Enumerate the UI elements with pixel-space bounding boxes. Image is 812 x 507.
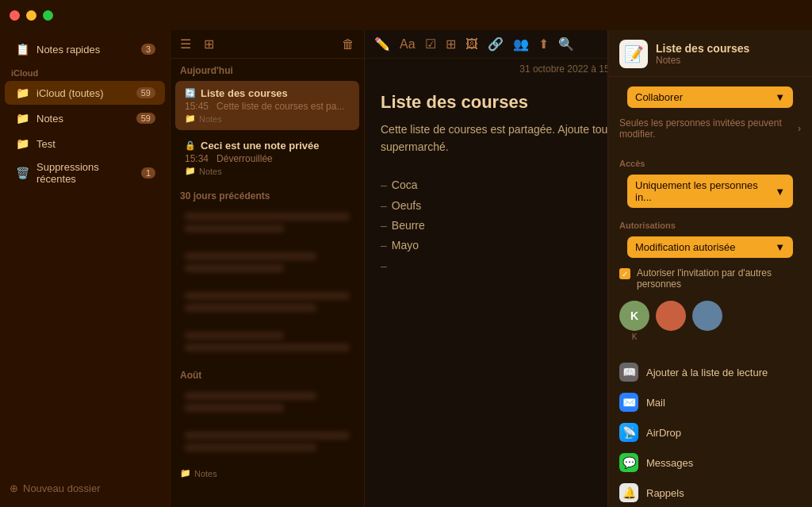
media-icon[interactable]: 🖼 bbox=[465, 37, 478, 52]
section-today: Aujourd'hui bbox=[170, 59, 364, 79]
blurred-note-2[interactable] bbox=[175, 246, 359, 282]
share-panel: 📝 Liste des courses Notes Collaborer ▼ S… bbox=[607, 30, 812, 507]
blur-line bbox=[185, 252, 316, 260]
mail-icon: ✉️ bbox=[619, 393, 638, 412]
icloud-icon: 📁 bbox=[14, 85, 30, 101]
avatar-k-wrapper: K K bbox=[619, 301, 649, 341]
folder-icon: 📁 bbox=[185, 113, 196, 124]
trash-icon: 🗑️ bbox=[14, 165, 30, 181]
table-icon[interactable]: ⊞ bbox=[446, 36, 456, 52]
delete-icon[interactable]: 🗑 bbox=[342, 37, 354, 52]
notes-folder-icon: 📁 bbox=[14, 110, 30, 126]
avatar-k-label: K bbox=[619, 332, 649, 341]
folder-icon: 📁 bbox=[185, 166, 196, 176]
action-reminders[interactable]: 🔔 Rappels bbox=[608, 478, 812, 507]
note-item-liste-courses[interactable]: 🔄 Liste des courses 15:45 Cette liste de… bbox=[175, 81, 359, 130]
avatar-c-wrapper bbox=[692, 301, 722, 341]
share-panel-title: Liste des courses bbox=[656, 42, 749, 55]
minimize-button[interactable] bbox=[26, 10, 36, 21]
blurred-note-3[interactable] bbox=[175, 286, 359, 322]
sidebar-badge-notes: 59 bbox=[136, 113, 155, 124]
sidebar-item-suppressions[interactable]: 🗑️ Suppressions récentes 1 bbox=[5, 157, 165, 189]
folder-icon-small: 📁 bbox=[180, 468, 191, 478]
plus-icon: ⊕ bbox=[10, 482, 18, 494]
notes-rapides-icon: 📋 bbox=[14, 41, 30, 57]
collaborate-icon[interactable]: 👥 bbox=[513, 36, 529, 52]
action-airdrop[interactable]: 📡 AirDrop bbox=[608, 417, 812, 447]
share-icon[interactable]: 🔗 bbox=[488, 36, 504, 52]
messages-icon: 💬 bbox=[619, 453, 638, 472]
blur-line bbox=[185, 304, 316, 312]
access-label: Uniquement les personnes in... bbox=[635, 179, 775, 203]
sidebar-item-label: Notes bbox=[36, 113, 136, 125]
close-button[interactable] bbox=[10, 10, 20, 21]
access-section-label: Accès bbox=[608, 152, 812, 171]
sidebar-item-label: iCloud (toutes) bbox=[36, 87, 136, 99]
action-messages[interactable]: 💬 Messages bbox=[608, 447, 812, 478]
checkbox-icon[interactable]: ✓ bbox=[619, 268, 630, 279]
toolbar-icons: ☰ ⊞ bbox=[180, 36, 214, 52]
share-panel-subtitle: Notes bbox=[656, 55, 749, 66]
avatars-row: K K bbox=[608, 294, 812, 348]
avatar-c[interactable] bbox=[692, 301, 722, 331]
note-list: ☰ ⊞ 🗑 Aujourd'hui 🔄 Liste des courses 15… bbox=[170, 30, 365, 507]
sidebar-item-icloud-toutes[interactable]: 📁 iCloud (toutes) 59 bbox=[5, 81, 165, 105]
section-august: Août bbox=[170, 363, 364, 384]
avatar-b[interactable] bbox=[656, 301, 686, 331]
blur-line bbox=[185, 432, 350, 440]
reminders-icon: 🔔 bbox=[619, 483, 638, 502]
sidebar-item-label: Suppressions récentes bbox=[36, 161, 141, 185]
blurred-note-6[interactable] bbox=[175, 425, 359, 462]
avatar-k[interactable]: K bbox=[619, 301, 649, 331]
blurred-note-5[interactable] bbox=[175, 386, 359, 422]
app-body: 📋 Notes rapides 3 iCloud 📁 iCloud (toute… bbox=[0, 30, 812, 507]
note-editor: ✏️ Aa ☑ ⊞ 🖼 🔗 👥 ⬆ 🔍 31 octobre 2022 à 15… bbox=[365, 30, 812, 507]
action-label: Ajouter à la liste de lecture bbox=[646, 367, 768, 378]
access-dropdown-wrapper: Uniquement les personnes in... ▼ bbox=[608, 171, 812, 214]
export-icon[interactable]: ⬆ bbox=[538, 36, 549, 52]
action-label: Rappels bbox=[646, 487, 684, 499]
note-folder-footer: 📁 Notes bbox=[170, 463, 364, 483]
sidebar-badge-notes-rapides: 3 bbox=[141, 44, 155, 55]
blur-line bbox=[185, 404, 284, 412]
blurred-note-1[interactable] bbox=[175, 206, 359, 243]
sidebar-badge-suppressions: 1 bbox=[141, 167, 155, 179]
new-folder-button[interactable]: ⊕ Nouveau dossier bbox=[0, 476, 170, 501]
maximize-button[interactable] bbox=[43, 10, 53, 21]
action-reading-list[interactable]: 📖 Ajouter à la liste de lecture bbox=[608, 357, 812, 387]
note-folder: 📁 Notes bbox=[185, 166, 350, 176]
lock-indicator-icon: 🔒 bbox=[185, 140, 196, 151]
grid-view-icon[interactable]: ⊞ bbox=[204, 36, 214, 52]
share-indicator-icon: 🔄 bbox=[185, 88, 196, 98]
search-icon[interactable]: 🔍 bbox=[558, 36, 574, 52]
sidebar-item-label: Test bbox=[36, 138, 155, 150]
sidebar-item-notes-rapides[interactable]: 📋 Notes rapides 3 bbox=[5, 37, 165, 61]
sidebar-item-test[interactable]: 📁 Test bbox=[5, 132, 165, 156]
notes-app-icon: 📝 bbox=[624, 44, 644, 63]
font-icon[interactable]: Aa bbox=[400, 37, 416, 52]
blur-line bbox=[185, 392, 316, 400]
compose-icon[interactable]: ✏️ bbox=[374, 36, 390, 52]
share-panel-header: 📝 Liste des courses Notes bbox=[608, 30, 812, 77]
permissions-section-label: Autorisations bbox=[608, 214, 812, 233]
note-item-private[interactable]: 🔒 Ceci est une note privée 15:34 Déverro… bbox=[175, 133, 359, 182]
note-title: 🔒 Ceci est une note privée bbox=[185, 140, 350, 152]
titlebar bbox=[0, 0, 812, 30]
chevron-down-icon: ▼ bbox=[775, 91, 785, 103]
blurred-note-4[interactable] bbox=[175, 325, 359, 362]
collaborate-dropdown[interactable]: Collaborer ▼ bbox=[627, 86, 793, 108]
reading-list-icon: 📖 bbox=[619, 363, 638, 382]
chevron-down-icon: ▼ bbox=[775, 241, 785, 253]
access-dropdown[interactable]: Uniquement les personnes in... ▼ bbox=[627, 175, 793, 208]
collaborate-label: Collaborer bbox=[635, 91, 683, 103]
checklist-icon[interactable]: ☑ bbox=[425, 36, 436, 52]
permissions-dropdown[interactable]: Modification autorisée ▼ bbox=[627, 236, 793, 258]
note-folder: 📁 Notes bbox=[185, 113, 350, 124]
permissions-label: Modification autorisée bbox=[635, 241, 735, 253]
avatar-b-wrapper bbox=[656, 301, 686, 341]
sidebar-item-notes[interactable]: 📁 Notes 59 bbox=[5, 106, 165, 130]
action-mail[interactable]: ✉️ Mail bbox=[608, 387, 812, 417]
list-view-icon[interactable]: ☰ bbox=[180, 36, 191, 52]
sidebar-item-label: Notes rapides bbox=[36, 44, 141, 56]
section-30days: 30 jours précédents bbox=[170, 184, 364, 205]
